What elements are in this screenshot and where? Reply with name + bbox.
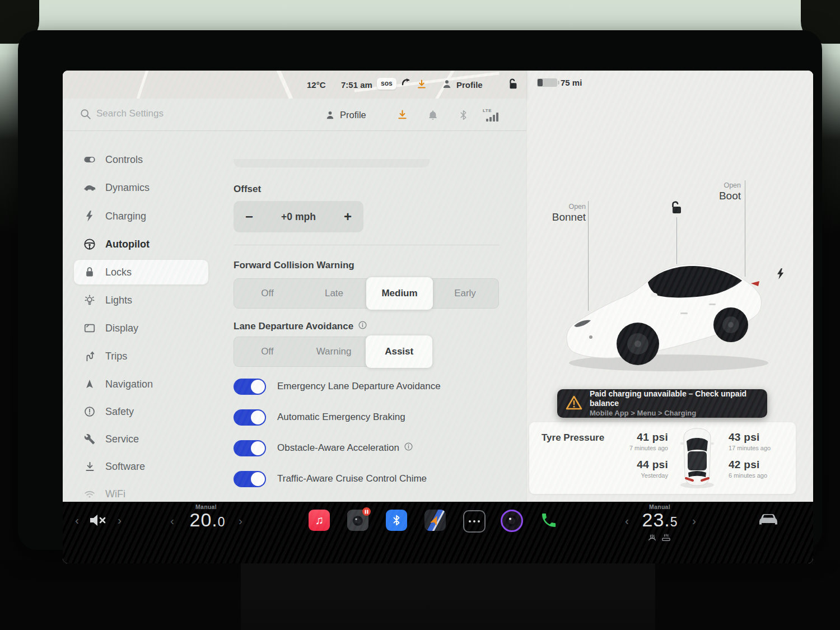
download-icon [83, 460, 96, 473]
software-update-icon[interactable] [416, 79, 427, 92]
fcw-option-late[interactable]: Late [301, 279, 367, 308]
fcw-option-medium[interactable]: Medium [366, 277, 433, 310]
toggle-label: Traffic-Aware Cruise Control Chime [277, 473, 427, 484]
charge-port-bolt-icon[interactable] [776, 268, 786, 282]
tyre-pressure-title: Tyre Pressure [542, 432, 604, 444]
passenger-temp-down-icon[interactable]: ‹ [625, 515, 629, 526]
fcw-option-off[interactable]: Off [234, 279, 301, 308]
toggle-label: Obstacle-Aware Acceleration [277, 442, 399, 454]
tyre-top-right-value: 43 psi [729, 431, 760, 444]
driver-temp-value[interactable]: 20.0 [179, 509, 235, 531]
bluetooth-status-icon[interactable] [459, 99, 468, 131]
lightning-icon [83, 209, 96, 223]
status-bar: 12°C 7:51 am sos Profile [63, 71, 526, 99]
info-icon[interactable] [358, 320, 367, 333]
header-profile-label: Profile [340, 110, 366, 120]
open-bonnet-action: Open [552, 203, 586, 211]
fcw-option-early[interactable]: Early [432, 279, 498, 308]
sidebar-item-trips[interactable]: Trips [74, 345, 242, 367]
tyre-bottom-right-value: 42 psi [729, 459, 760, 471]
lda-option-warning[interactable]: Warning [301, 337, 367, 366]
sidebar-item-lights[interactable]: Lights [74, 289, 242, 311]
more-apps-icon[interactable] [463, 510, 486, 533]
steering-wheel-icon [83, 237, 96, 251]
toggle-label: Automatic Emergency Braking [277, 412, 405, 423]
charging-warning-toast[interactable]: Paid charging unavailable – Check unpaid… [557, 389, 767, 418]
sidebar-item-label: Software [105, 461, 145, 473]
tyre-bottom-right-ago: 6 minutes ago [729, 472, 767, 479]
battery-status: 75 mi [537, 78, 582, 87]
phone-app-icon[interactable] [538, 510, 559, 531]
volume-prev-icon[interactable]: ‹ [75, 515, 79, 526]
notifications-bell-icon[interactable] [427, 99, 438, 131]
offset-increase-button[interactable]: + [332, 209, 363, 225]
sos-button[interactable]: sos [377, 78, 396, 90]
sidebar-item-label: WiFi [105, 488, 125, 500]
sidebar-item-service[interactable]: Service [74, 428, 242, 450]
header-profile-button[interactable]: Profile [325, 99, 366, 131]
sidebar-item-dynamics[interactable]: Dynamics [74, 176, 242, 199]
sidebar-item-label: Charging [105, 211, 146, 222]
dashcam-app-icon[interactable] [347, 510, 368, 531]
front-defrost-icon[interactable] [647, 533, 657, 544]
driver-temp-down-icon[interactable]: ‹ [170, 515, 174, 526]
unlocked-icon[interactable] [507, 77, 519, 93]
sidebar-item-locks[interactable]: Locks [74, 261, 242, 283]
outside-temperature[interactable]: 12°C [307, 80, 326, 90]
vehicle-controls-icon[interactable] [755, 511, 782, 531]
sidebar-item-navigation[interactable]: Navigation [74, 373, 242, 395]
sidebar-item-label: Service [105, 433, 139, 445]
unlock-icon[interactable] [670, 200, 683, 217]
passenger-temp-value[interactable]: 23.5 [632, 509, 688, 531]
car-icon [83, 181, 96, 194]
vehicle-image [554, 242, 780, 379]
volume-next-icon[interactable]: › [118, 515, 122, 526]
sidebar-item-label: Lights [105, 295, 132, 306]
forward-collision-warning-label: Forward Collision Warning [234, 260, 354, 271]
lda-option-off[interactable]: Off [234, 337, 301, 366]
tyre-bottom-left-value: 44 psi [637, 459, 668, 471]
maps-app-icon[interactable] [424, 510, 446, 531]
battery-icon [537, 78, 557, 87]
info-icon[interactable] [404, 442, 413, 454]
profile-button[interactable]: Profile [456, 80, 483, 90]
sidebar-item-charging[interactable]: Charging [74, 205, 242, 227]
sidebar-item-autopilot[interactable]: Autopilot [74, 233, 242, 255]
sidebar-item-display[interactable]: Display [74, 317, 242, 339]
camera-app-icon[interactable] [501, 510, 523, 532]
lda-label-text: Lane Departure Avoidance [234, 321, 353, 332]
sidebar-item-safety[interactable]: Safety [74, 400, 242, 423]
light-icon [83, 293, 96, 307]
open-boot-button[interactable]: Open Boot [719, 181, 741, 202]
passenger-temp-up-icon[interactable]: › [692, 515, 696, 526]
toggle-row: Obstacle-Aware Acceleration [234, 437, 497, 459]
battery-range: 75 mi [561, 78, 582, 87]
sidebar-item-software[interactable]: Software [74, 455, 242, 478]
toggle-icon [83, 153, 96, 166]
open-bonnet-label: Bonnet [552, 211, 586, 223]
display-icon [83, 321, 96, 335]
sidebar-item-label: Dynamics [105, 182, 150, 194]
sidebar-item-wifi[interactable]: WiFi [74, 483, 242, 502]
screen: 75 mi Open Bonnet Open Boot [63, 71, 813, 563]
driver-temp-up-icon[interactable]: › [239, 515, 242, 526]
alert-circle-icon [83, 405, 96, 418]
toggle-label: Emergency Lane Departure Avoidance [277, 381, 441, 392]
tyre-car-top-view [677, 427, 717, 489]
settings-panel: Profile LTE Con [63, 99, 526, 502]
sidebar-item-controls[interactable]: Controls [74, 148, 242, 171]
bottom-launcher-bar: ‹ › Manual ‹ 20.0 › ♫ [63, 502, 813, 563]
music-app-icon[interactable]: ♫ [309, 510, 330, 531]
clock[interactable]: 7:51 am [341, 80, 372, 90]
lda-option-assist[interactable]: Assist [366, 335, 432, 368]
rear-defrost-icon[interactable] [661, 533, 671, 544]
profile-person-icon [441, 78, 452, 92]
cellular-signal-icon[interactable]: LTE [483, 99, 502, 131]
search-settings-input[interactable] [95, 108, 226, 120]
open-bonnet-button[interactable]: Open Bonnet [552, 203, 586, 223]
header-update-icon[interactable] [396, 99, 408, 131]
bluetooth-app-icon[interactable] [386, 510, 407, 531]
toggle-row: Automatic Emergency Braking [234, 406, 497, 428]
sidebar-item-label: Controls [105, 154, 143, 166]
volume-muted-icon[interactable] [88, 513, 108, 530]
